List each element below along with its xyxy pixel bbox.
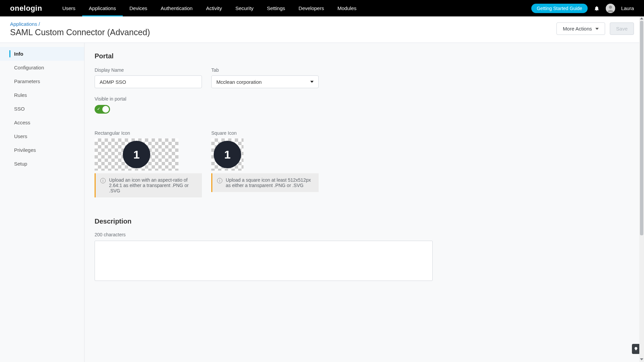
sidebar-item-setup[interactable]: Setup — [0, 157, 84, 171]
breadcrumb-parent[interactable]: Applications — [10, 21, 37, 27]
sidebar: Info Configuration Parameters Rules SSO … — [0, 43, 85, 362]
nav-modules[interactable]: Modules — [331, 0, 363, 16]
display-name-label: Display Name — [95, 67, 202, 73]
rectangular-icon-label: Rectangular Icon — [95, 130, 202, 136]
username[interactable]: Laura — [621, 5, 634, 11]
rectangular-icon-col: Rectangular Icon 1 i Upload an icon with… — [95, 130, 202, 197]
check-icon: ✓ — [97, 107, 100, 111]
header-actions: More Actions Save — [556, 22, 634, 35]
sidebar-item-privileges[interactable]: Privileges — [0, 143, 84, 157]
nav-right: Getting Started Guide Laura — [531, 4, 644, 13]
sidebar-item-configuration[interactable]: Configuration — [0, 61, 84, 74]
nav-applications[interactable]: Applications — [82, 0, 123, 16]
help-fab[interactable] — [632, 344, 640, 354]
visible-in-portal: Visible in portal ✓ — [95, 96, 631, 114]
sidebar-item-sso[interactable]: SSO — [0, 102, 84, 116]
scroll-down-icon[interactable] — [640, 357, 643, 361]
tab-field: Tab Mcclean corporation — [211, 67, 319, 88]
brand-logo: onelogin — [10, 4, 42, 13]
page-header: Applications / SAML Custom Connector (Ad… — [0, 16, 644, 43]
square-icon-label: Square Icon — [211, 130, 319, 136]
sidebar-item-rules[interactable]: Rules — [0, 88, 84, 102]
avatar[interactable] — [606, 4, 615, 13]
chevron-down-icon — [595, 28, 599, 30]
more-actions-label: More Actions — [563, 26, 592, 32]
chevron-down-icon — [310, 81, 314, 83]
sidebar-item-access[interactable]: Access — [0, 116, 84, 129]
info-icon: i — [217, 178, 222, 183]
scroll-up-icon[interactable] — [640, 16, 643, 20]
portal-heading: Portal — [95, 52, 631, 60]
tab-select[interactable]: Mcclean corporation — [211, 75, 319, 88]
nav-items: Users Applications Devices Authenticatio… — [56, 0, 363, 16]
toggle-knob — [102, 106, 109, 113]
tab-value: Mcclean corporation — [216, 79, 262, 85]
svg-point-1 — [609, 5, 612, 8]
bell-icon[interactable] — [594, 5, 600, 11]
nav-authentication[interactable]: Authentication — [154, 0, 199, 16]
display-name-input[interactable] — [95, 75, 202, 88]
title-block: Applications / SAML Custom Connector (Ad… — [10, 21, 150, 37]
square-icon-hint: i Upload a square icon at least 512x512p… — [211, 173, 319, 192]
nav-settings[interactable]: Settings — [260, 0, 292, 16]
nav-devices[interactable]: Devices — [123, 0, 154, 16]
scrollbar-thumb[interactable] — [640, 21, 643, 235]
top-nav: onelogin Users Applications Devices Auth… — [0, 0, 644, 16]
icons-row: Rectangular Icon 1 i Upload an icon with… — [95, 130, 631, 197]
rectangular-icon-preview: 1 — [123, 141, 150, 168]
more-actions-button[interactable]: More Actions — [556, 22, 605, 35]
square-icon-hint-text: Upload a square icon at least 512x512px … — [226, 177, 314, 188]
layout: Info Configuration Parameters Rules SSO … — [0, 43, 644, 362]
tab-label: Tab — [211, 67, 319, 73]
description-charcount: 200 characters — [95, 232, 631, 237]
visible-toggle[interactable]: ✓ — [95, 105, 110, 114]
description-textarea[interactable] — [95, 241, 433, 281]
content: Portal Display Name Tab Mcclean corporat… — [85, 43, 644, 362]
square-icon-col: Square Icon 1 i Upload a square icon at … — [211, 130, 319, 197]
nav-users[interactable]: Users — [56, 0, 82, 16]
rectangular-icon-upload[interactable]: 1 — [95, 138, 178, 171]
sidebar-item-info[interactable]: Info — [0, 47, 84, 61]
description-heading: Description — [95, 218, 631, 225]
nav-security[interactable]: Security — [229, 0, 260, 16]
getting-started-button[interactable]: Getting Started Guide — [531, 4, 587, 13]
sidebar-item-users[interactable]: Users — [0, 129, 84, 143]
visible-label: Visible in portal — [95, 96, 631, 102]
square-icon-upload[interactable]: 1 — [211, 138, 244, 171]
rectangular-icon-hint-text: Upload an icon with an aspect-ratio of 2… — [109, 177, 197, 193]
breadcrumb: Applications / — [10, 21, 150, 27]
portal-row-1: Display Name Tab Mcclean corporation — [95, 67, 631, 88]
nav-activity[interactable]: Activity — [199, 0, 229, 16]
sidebar-item-parameters[interactable]: Parameters — [0, 74, 84, 88]
rectangular-icon-hint: i Upload an icon with an aspect-ratio of… — [95, 173, 202, 197]
page-title: SAML Custom Connector (Advanced) — [10, 27, 150, 37]
display-name-field: Display Name — [95, 67, 202, 88]
square-icon-preview: 1 — [214, 141, 241, 168]
description-section: Description 200 characters — [95, 218, 631, 282]
info-icon: i — [100, 178, 106, 183]
lightbulb-icon — [634, 347, 638, 351]
save-button[interactable]: Save — [610, 22, 634, 35]
nav-developers[interactable]: Developers — [292, 0, 331, 16]
breadcrumb-sep: / — [37, 21, 40, 27]
